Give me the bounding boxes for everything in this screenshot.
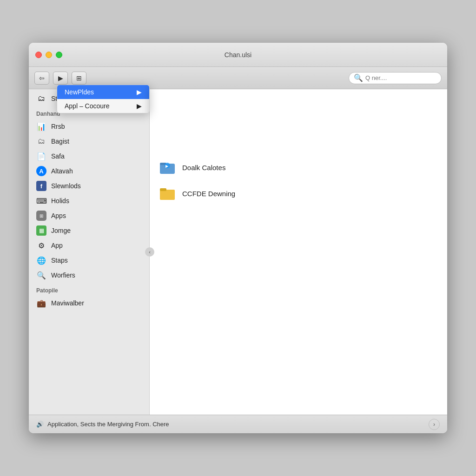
safa-icon: 📄 <box>36 151 46 161</box>
svg-rect-5 <box>160 188 166 191</box>
titlebar: Chan.ulsi <box>29 43 447 67</box>
sidebar-item-maviwalber[interactable]: 💼 Maviwalber <box>29 296 149 311</box>
sidebar-item-holids[interactable]: ⌨ Holids <box>29 193 149 208</box>
staps-icon: 🌐 <box>36 255 46 265</box>
doalk-icon: ▶ <box>159 159 176 176</box>
search-icon: 🔍 <box>354 73 363 82</box>
staps-label: Staps <box>51 257 68 264</box>
traffic-lights <box>35 52 62 58</box>
context-menu-container: NewPldes ▶ Usmpl Oir New Molat Alcan New… <box>57 85 150 115</box>
safa-label: Safa <box>51 152 65 160</box>
holids-label: Holids <box>51 197 69 205</box>
maviwalber-label: Maviwalber <box>51 299 84 307</box>
apps-label: Apps <box>51 212 66 219</box>
appl-cocoure-arrow: ▶ <box>137 102 142 110</box>
maximize-button[interactable] <box>56 52 62 58</box>
app-icon: ⚙ <box>36 240 46 251</box>
close-button[interactable] <box>35 52 42 58</box>
play-button[interactable]: ▶ <box>53 72 68 85</box>
worfiers-icon: 🔍 <box>36 270 46 280</box>
rrsb-label: Rrsb <box>51 123 65 130</box>
menu-item-appl-cocoure[interactable]: Appl – Cocoure ▶ <box>57 99 149 113</box>
search-input[interactable] <box>365 74 436 81</box>
sidebar-item-altavah[interactable]: A Altavah <box>29 164 149 178</box>
rrsb-icon: 📊 <box>36 121 46 132</box>
ccfde-label: CCFDE Dewning <box>182 190 235 198</box>
app-label: App <box>51 242 63 249</box>
sidebar: 🗂 St.lk Danhand 📊 Rrsb 🗂 Bagist 📄 Safa A… <box>29 89 150 415</box>
appl-cocoure-label: Appl – Cocoure <box>65 102 110 110</box>
minimize-button[interactable] <box>46 52 52 58</box>
content-item-ccfde[interactable]: CCFDE Dewning <box>159 180 438 206</box>
apps-icon: ⊞ <box>36 211 46 221</box>
jomge-label: Jomge <box>51 227 71 234</box>
svg-text:▶: ▶ <box>165 164 169 168</box>
statusbar: 🔊 Application, Sects the Mergiving From.… <box>29 415 447 433</box>
slewnlods-icon: f <box>36 181 46 191</box>
bagist-icon: 🗂 <box>36 136 46 146</box>
menu-item-newpldes[interactable]: NewPldes ▶ Usmpl Oir New Molat Alcan New… <box>57 85 149 99</box>
holids-icon: ⌨ <box>36 196 46 206</box>
sidebar-item-bagist[interactable]: 🗂 Bagist <box>29 134 149 149</box>
altavah-label: Altavah <box>51 167 73 175</box>
newpldes-arrow: ▶ <box>137 88 142 96</box>
sidebar-item-safa[interactable]: 📄 Safa <box>29 149 149 164</box>
sidebar-section-patopile: Patopile <box>29 283 149 296</box>
sidebar-item-rrsb[interactable]: 📊 Rrsb <box>29 119 149 134</box>
sidebar-item-worfiers[interactable]: 🔍 Worfiers <box>29 268 149 283</box>
chevron-right-icon: › <box>433 421 435 428</box>
back-icon: ⇦ <box>39 74 45 82</box>
window-title: Chan.ulsi <box>225 51 251 59</box>
maviwalber-icon: 💼 <box>36 298 46 308</box>
worfiers-label: Worfiers <box>51 271 75 279</box>
sidebar-item-staps[interactable]: 🌐 Staps <box>29 253 149 268</box>
statusbar-icon: 🔊 <box>36 421 44 428</box>
grid-button[interactable]: ⊞ <box>72 72 86 85</box>
bagist-label: Bagist <box>51 138 69 145</box>
newpldes-label: NewPldes <box>65 88 94 96</box>
content-item-doalk[interactable]: ▶ Doalk Calotes <box>159 154 438 180</box>
parent-context-menu: NewPldes ▶ Usmpl Oir New Molat Alcan New… <box>57 85 150 113</box>
content-list: ▶ Doalk Calotes CCFDE Dewning <box>159 99 438 206</box>
content-area: NewPldes ▶ Usmpl Oir New Molat Alcan New… <box>150 89 447 415</box>
statusbar-text: Application, Sects the Mergiving From. C… <box>47 421 169 428</box>
play-icon: ▶ <box>58 74 63 82</box>
sidebar-item-jomge[interactable]: ▦ Jomge <box>29 223 149 238</box>
sidebar-item-slewnlods[interactable]: f Slewnlods <box>29 178 149 193</box>
stlk-icon: 🗂 <box>36 93 46 104</box>
sidebar-item-apps[interactable]: ⊞ Apps <box>29 208 149 223</box>
ccfde-icon <box>159 185 176 202</box>
statusbar-chevron-button[interactable]: › <box>429 419 440 430</box>
sidebar-item-app[interactable]: ⚙ App <box>29 238 149 253</box>
main-window: Chan.ulsi ⇦ ▶ ⊞ 🔍 🗂 St.lk Danhand <box>29 43 447 433</box>
grid-icon: ⊞ <box>76 74 82 82</box>
search-box[interactable]: 🔍 <box>349 72 442 84</box>
back-button[interactable]: ⇦ <box>34 72 49 85</box>
slewnlods-label: Slewnlods <box>51 182 81 190</box>
doalk-label: Doalk Calotes <box>182 164 225 172</box>
svg-rect-4 <box>160 190 175 200</box>
sidebar-collapse-button[interactable]: ‹ <box>145 247 154 257</box>
jomge-icon: ▦ <box>36 225 46 236</box>
main-area: 🗂 St.lk Danhand 📊 Rrsb 🗂 Bagist 📄 Safa A… <box>29 89 447 415</box>
altavah-icon: A <box>36 166 46 176</box>
